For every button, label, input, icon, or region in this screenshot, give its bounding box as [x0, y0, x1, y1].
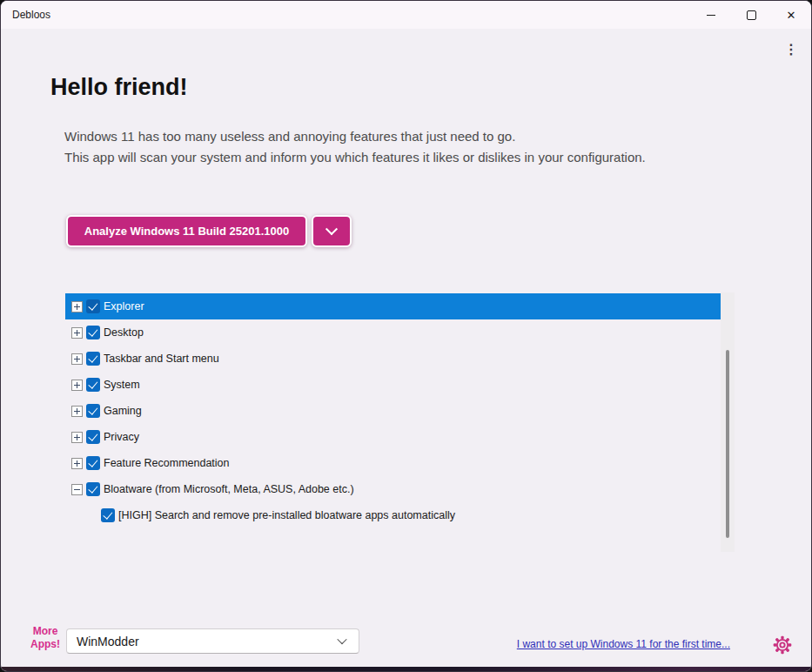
tree-row-bloatware[interactable]: Bloatware (from Microsoft, Meta, ASUS, A… [65, 476, 721, 502]
collapse-minus-icon[interactable] [71, 484, 83, 495]
checkbox-checked[interactable] [86, 430, 100, 444]
analyze-button[interactable]: Analyze Windows 11 Build 25201.1000 [66, 215, 307, 247]
expand-plus-icon[interactable] [71, 432, 83, 443]
title-bar: Debloos ✕ [1, 1, 811, 29]
dropdown-selected-value: WinModder [77, 635, 139, 648]
tree-item-label: Taskbar and Start menu [104, 353, 219, 365]
chevron-down-icon [325, 223, 338, 235]
page-title: Hello friend! [50, 74, 188, 101]
tree-row-explorer[interactable]: Explorer [65, 293, 721, 319]
expand-plus-icon[interactable] [71, 353, 83, 365]
maximize-icon [747, 10, 756, 20]
checkbox-checked[interactable] [101, 508, 115, 522]
close-button[interactable]: ✕ [771, 1, 811, 29]
expand-plus-icon[interactable] [71, 380, 83, 391]
overflow-menu-button[interactable]: ⋮ [780, 37, 802, 60]
tree-item-label: System [104, 379, 140, 391]
checkbox-checked[interactable] [86, 326, 100, 339]
tree-row-gaming[interactable]: Gaming [65, 398, 721, 424]
checkbox-checked[interactable] [86, 456, 100, 470]
scrollbar-track[interactable] [721, 292, 735, 552]
tree-item-label: Explorer [104, 300, 144, 312]
description-line-1: Windows 11 has too many useless and anno… [64, 126, 646, 147]
app-window: Debloos ✕ ⋮ Hello friend! Windows 11 has… [0, 0, 812, 672]
checkbox-checked[interactable] [86, 482, 100, 496]
tree-item-label: Desktop [104, 326, 144, 339]
tree-row-privacy[interactable]: Privacy [65, 424, 721, 450]
expand-plus-icon[interactable] [71, 406, 83, 417]
first-time-setup-link[interactable]: I want to set up Windows 11 for the firs… [517, 638, 730, 650]
tree-row-bloatware-child[interactable]: [HIGH] Search and remove pre-installed b… [65, 502, 721, 528]
gear-icon [773, 635, 792, 655]
window-controls: ✕ [691, 1, 811, 29]
tree-row-taskbar[interactable]: Taskbar and Start menu [65, 346, 721, 372]
window-title: Debloos [12, 9, 50, 21]
tree-row-feature-recommendation[interactable]: Feature Recommendation [65, 450, 721, 476]
minimize-icon [707, 15, 715, 16]
feature-tree: Explorer Desktop Taskbar and Start menu … [65, 293, 721, 528]
tree-item-label: Gaming [104, 405, 142, 417]
checkbox-checked[interactable] [86, 404, 100, 418]
analyze-dropdown-button[interactable] [312, 215, 352, 247]
expand-plus-icon[interactable] [71, 458, 83, 469]
window-bottom-edge [1, 667, 811, 671]
settings-button[interactable] [773, 635, 792, 655]
tree-row-desktop[interactable]: Desktop [65, 319, 721, 346]
tree-item-label: Bloatware (from Microsoft, Meta, ASUS, A… [104, 483, 354, 495]
description-line-2: This app will scan your system and infor… [64, 147, 646, 168]
description-text: Windows 11 has too many useless and anno… [64, 126, 646, 167]
more-apps-label: More Apps! [28, 625, 63, 651]
chevron-down-icon [337, 635, 346, 644]
tree-item-label: Feature Recommendation [104, 457, 230, 469]
close-icon: ✕ [787, 10, 796, 21]
tree-row-system[interactable]: System [65, 372, 721, 398]
checkbox-checked[interactable] [86, 378, 100, 392]
expand-plus-icon[interactable] [71, 301, 83, 312]
more-apps-dropdown[interactable]: WinModder [66, 628, 359, 654]
minimize-button[interactable] [691, 1, 731, 29]
tree-item-label: [HIGH] Search and remove pre-installed b… [118, 509, 455, 521]
checkbox-checked[interactable] [86, 352, 100, 366]
expand-plus-icon[interactable] [71, 327, 83, 339]
checkbox-checked[interactable] [86, 299, 100, 313]
scrollbar-thumb[interactable] [726, 350, 729, 538]
kebab-menu-icon: ⋮ [784, 41, 798, 57]
analyze-split-button: Analyze Windows 11 Build 25201.1000 [66, 215, 352, 247]
maximize-button[interactable] [731, 1, 771, 29]
tree-item-label: Privacy [104, 431, 139, 443]
